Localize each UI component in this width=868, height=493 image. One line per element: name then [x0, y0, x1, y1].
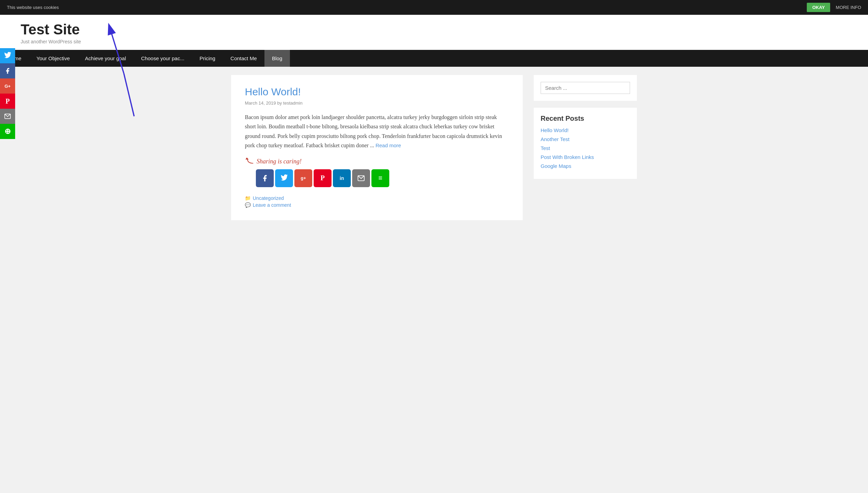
- recent-posts-widget: Recent Posts Hello World! Another Test T…: [534, 108, 637, 179]
- recent-post-link-3[interactable]: Test: [541, 145, 550, 151]
- recent-post-link-4[interactable]: Post With Broken Links: [541, 154, 594, 160]
- cookie-bar: This website uses cookies OKAY MORE INFO: [0, 0, 868, 15]
- list-item: Another Test: [541, 136, 630, 142]
- social-twitter-button[interactable]: [0, 48, 15, 63]
- post-author: testadmin: [283, 100, 302, 106]
- share-buttons: g+ P in ≡: [256, 169, 509, 187]
- share-pinterest-button[interactable]: P: [314, 169, 332, 187]
- nav-blog[interactable]: Blog: [264, 50, 290, 67]
- list-item: Hello World!: [541, 127, 630, 133]
- social-pinterest-button[interactable]: P: [0, 94, 15, 109]
- site-header: Test Site Just another WordPress site: [0, 15, 868, 50]
- nav-contact-me[interactable]: Contact Me: [223, 50, 264, 67]
- post-date: March 14, 2019: [245, 100, 276, 106]
- list-item: Post With Broken Links: [541, 154, 630, 160]
- nav-your-objective[interactable]: Your Objective: [29, 50, 77, 67]
- social-sidebar: G+ P ⊕: [0, 48, 15, 139]
- post-footer: 📁 Uncategorized 💬 Leave a comment: [245, 195, 509, 208]
- nav-choose-package[interactable]: Choose your pac...: [133, 50, 192, 67]
- comment-icon: 💬: [245, 202, 251, 208]
- post-category-row: 📁 Uncategorized: [245, 195, 509, 201]
- leave-comment-link[interactable]: Leave a comment: [253, 202, 291, 208]
- post-title[interactable]: Hello World!: [245, 86, 509, 98]
- cookie-actions: OKAY MORE INFO: [807, 3, 861, 12]
- share-linkedin-button[interactable]: in: [333, 169, 351, 187]
- site-tagline: Just another WordPress site: [21, 39, 847, 44]
- recent-post-link-2[interactable]: Another Test: [541, 136, 569, 142]
- post-article: Hello World! March 14, 2019 by testadmin…: [245, 86, 509, 208]
- post-comment-row: 💬 Leave a comment: [245, 202, 509, 208]
- post-by: by: [277, 100, 283, 106]
- share-googleplus-button[interactable]: g+: [294, 169, 312, 187]
- site-title: Test Site: [21, 22, 847, 37]
- nav-pricing[interactable]: Pricing: [192, 50, 223, 67]
- recent-post-link-5[interactable]: Google Maps: [541, 163, 571, 169]
- social-more-button[interactable]: ⊕: [0, 124, 15, 139]
- share-more-button[interactable]: ≡: [371, 169, 389, 187]
- recent-posts-list: Hello World! Another Test Test Post With…: [541, 127, 630, 169]
- svg-marker-4: [246, 158, 249, 160]
- recent-posts-title: Recent Posts: [541, 115, 630, 122]
- nav-achieve-goal[interactable]: Achieve your goal: [77, 50, 133, 67]
- cookie-okay-button[interactable]: OKAY: [807, 3, 830, 12]
- main-content: Hello World! March 14, 2019 by testadmin…: [231, 75, 523, 220]
- recent-post-link-1[interactable]: Hello World!: [541, 127, 568, 133]
- social-googleplus-button[interactable]: G+: [0, 78, 15, 94]
- search-input[interactable]: [541, 82, 630, 94]
- search-widget: [534, 75, 637, 101]
- post-content: Bacon ipsum dolor amet pork loin landjae…: [245, 112, 509, 150]
- cookie-more-info-link[interactable]: MORE INFO: [836, 5, 861, 10]
- list-item: Google Maps: [541, 163, 630, 169]
- read-more-link[interactable]: Read more: [376, 142, 401, 148]
- list-item: Test: [541, 145, 630, 151]
- sharing-arrow-icon: [245, 157, 254, 167]
- main-navigation: Home Your Objective Achieve your goal Ch…: [0, 50, 868, 67]
- post-meta: March 14, 2019 by testadmin: [245, 100, 509, 106]
- share-facebook-button[interactable]: [256, 169, 274, 187]
- sidebar: Recent Posts Hello World! Another Test T…: [534, 75, 637, 220]
- share-email-button[interactable]: [352, 169, 370, 187]
- page-wrap: Hello World! March 14, 2019 by testadmin…: [210, 67, 658, 234]
- cookie-message: This website uses cookies: [7, 5, 59, 10]
- share-twitter-button[interactable]: [275, 169, 293, 187]
- sharing-label: Sharing is caring!: [245, 157, 509, 167]
- svg-line-2: [124, 73, 134, 116]
- social-facebook-button[interactable]: [0, 63, 15, 78]
- sharing-section: Sharing is caring! g+ P: [245, 157, 509, 187]
- post-category-link[interactable]: Uncategorized: [253, 195, 284, 201]
- folder-icon: 📁: [245, 195, 251, 201]
- social-email-button[interactable]: [0, 109, 15, 124]
